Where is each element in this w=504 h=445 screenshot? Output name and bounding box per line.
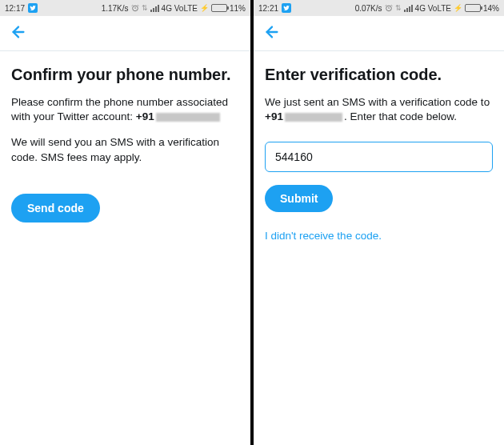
charging-icon: ⚡ — [454, 4, 462, 12]
twitter-app-icon — [28, 3, 38, 13]
twitter-app-icon — [282, 3, 291, 13]
status-battery-pct: 14% — [483, 4, 499, 13]
arrow-left-icon — [10, 23, 27, 41]
sms-fee-text: We will send you an SMS with a verificat… — [11, 135, 239, 164]
page-title: Confirm your phone number. — [11, 66, 239, 84]
battery-icon — [465, 4, 481, 12]
status-battery-pct: 11% — [230, 4, 246, 13]
data-transfer-icon: ⇅ — [142, 4, 148, 12]
content-area: Enter verification code. We just sent an… — [254, 51, 504, 256]
nav-bar — [0, 16, 250, 51]
phone-redacted — [285, 113, 342, 122]
resend-code-link[interactable]: I didn't receive the code. — [265, 230, 493, 242]
back-button[interactable] — [263, 23, 281, 44]
alarm-icon — [131, 4, 139, 12]
status-bar: 12:17 1.17K/s ⇅ 4G VoLTE ⚡ 11% — [0, 0, 250, 16]
screen-enter-code: 12:21 0.07K/s ⇅ 4G VoLTE ⚡ 14% Enter ver… — [254, 0, 504, 445]
status-network: 4G VoLTE — [162, 4, 198, 13]
send-code-button[interactable]: Send code — [11, 194, 100, 222]
submit-button[interactable]: Submit — [265, 185, 333, 212]
status-time: 12:17 — [5, 4, 25, 13]
arrow-left-icon — [263, 23, 281, 41]
alarm-icon — [385, 4, 393, 12]
phone-redacted — [156, 113, 220, 122]
verification-code-input[interactable] — [265, 142, 493, 172]
status-bar: 12:21 0.07K/s ⇅ 4G VoLTE ⚡ 14% — [254, 0, 504, 16]
content-area: Confirm your phone number. Please confir… — [0, 51, 250, 237]
data-transfer-icon: ⇅ — [395, 4, 402, 12]
charging-icon: ⚡ — [200, 4, 209, 12]
back-button[interactable] — [10, 23, 27, 44]
signal-icon — [404, 5, 413, 12]
verification-text: We just sent an SMS with a verification … — [265, 95, 493, 124]
status-time: 12:21 — [258, 4, 278, 13]
status-speed: 1.17K/s — [102, 4, 129, 13]
status-network: 4G VoLTE — [415, 4, 451, 13]
nav-bar — [254, 16, 504, 51]
screen-confirm-phone: 12:17 1.17K/s ⇅ 4G VoLTE ⚡ 11% Confirm y… — [0, 0, 250, 445]
page-title: Enter verification code. — [265, 66, 493, 84]
status-speed: 0.07K/s — [355, 4, 382, 13]
confirm-text: Please confirm the phone number associat… — [11, 95, 239, 124]
battery-icon — [211, 4, 227, 12]
signal-icon — [150, 5, 159, 12]
